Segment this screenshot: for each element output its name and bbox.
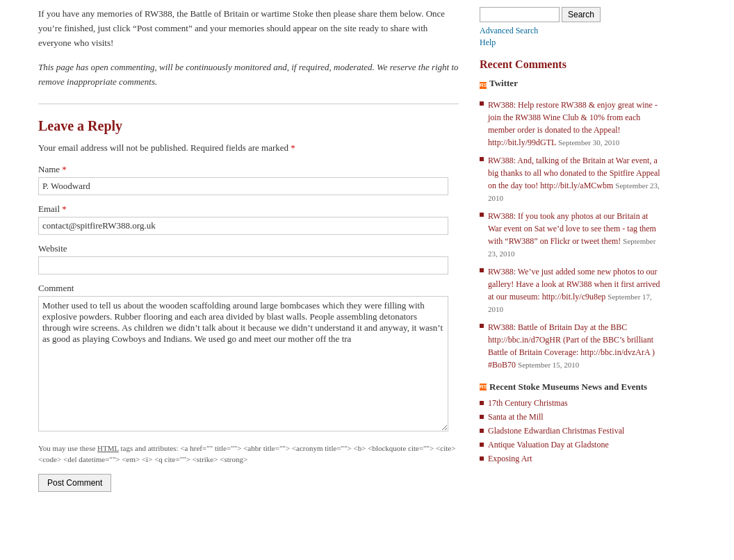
bullet-icon	[480, 157, 484, 161]
comment-item: RW388: We’ve just added some new photos …	[480, 265, 660, 315]
rss-icon: RSS	[480, 82, 487, 89]
help-link[interactable]: Help	[480, 38, 660, 48]
bullet-icon	[480, 213, 484, 217]
search-box: Search	[480, 7, 660, 22]
news-item: Santa at the Mill	[480, 412, 660, 422]
news-bullet-icon	[480, 456, 484, 461]
recent-news-title: Recent Stoke Museums News and Events	[489, 381, 647, 393]
intro-paragraph: If you have any memories of RW388, the B…	[38, 7, 459, 50]
search-input[interactable]	[480, 7, 560, 22]
required-star: *	[291, 142, 295, 153]
sidebar: Search Advanced Search Help Recent Comme…	[473, 7, 674, 553]
email-field-group: Email *	[38, 204, 459, 235]
recent-news-header: RSS Recent Stoke Museums News and Events	[480, 381, 660, 393]
bullet-icon	[480, 324, 484, 328]
news-list: 17th Century Christmas Santa at the Mill…	[480, 398, 660, 464]
twitter-feed-title: Twitter	[489, 78, 518, 89]
news-link[interactable]: Santa at the Mill	[488, 412, 544, 422]
news-link[interactable]: Gladstone Edwardian Christmas Festival	[488, 426, 624, 436]
name-required-star: *	[62, 164, 67, 174]
comment-date: September 15, 2010	[518, 361, 579, 369]
comment-item: RW388: Battle of Britain Day at the BBC …	[480, 321, 660, 371]
name-input[interactable]	[38, 177, 448, 195]
comment-item: RW388: If you took any photos at our Bri…	[480, 210, 660, 260]
website-field-group: Website	[38, 243, 459, 274]
comment-text: RW388: We’ve just added some new photos …	[488, 265, 660, 315]
news-item: Antique Valuation Day at Gladstone	[480, 440, 660, 450]
comment-textarea[interactable]	[38, 296, 448, 431]
italic-notice: This page has open commenting, will be c…	[38, 60, 459, 90]
post-comment-button[interactable]: Post Comment	[38, 474, 111, 492]
bullet-icon	[480, 101, 484, 106]
news-item: Gladstone Edwardian Christmas Festival	[480, 426, 660, 436]
comment-text: RW388: Help restore RW388 & enjoy great …	[488, 99, 660, 149]
allowed-tags-notice: You may use these HTML tags and attribut…	[38, 443, 459, 466]
comment-text: RW388: Battle of Britain Day at the BBC …	[488, 321, 660, 371]
news-link[interactable]: Antique Valuation Day at Gladstone	[488, 440, 609, 450]
email-label: Email *	[38, 204, 459, 215]
news-link[interactable]: Exposing Art	[488, 454, 532, 464]
email-required-star: *	[62, 204, 67, 214]
news-rss-icon: RSS	[480, 384, 487, 390]
name-label: Name *	[38, 164, 459, 175]
leave-reply-title: Leave a Reply	[38, 118, 459, 134]
comments-list: RW388: Help restore RW388 & enjoy great …	[480, 99, 660, 371]
website-input[interactable]	[38, 256, 448, 274]
main-content: If you have any memories of RW388, the B…	[0, 7, 473, 553]
name-field-group: Name *	[38, 164, 459, 195]
html-label: HTML	[97, 444, 119, 452]
comment-label: Comment	[38, 283, 459, 294]
email-input[interactable]	[38, 217, 448, 235]
news-link[interactable]: 17th Century Christmas	[488, 398, 568, 409]
section-divider	[38, 104, 459, 104]
news-item: Exposing Art	[480, 454, 660, 464]
comment-text: RW388: And, talking of the Britain at Wa…	[488, 154, 660, 204]
bullet-icon	[480, 268, 484, 272]
twitter-feed-header: RSS Twitter	[480, 78, 660, 93]
news-bullet-icon	[480, 415, 484, 419]
recent-comments-title: Recent Comments	[480, 58, 660, 71]
search-button[interactable]: Search	[562, 7, 601, 22]
comment-form: Name * Email * Website Comment	[38, 164, 459, 492]
comment-text: RW388: If you took any photos at our Bri…	[488, 210, 660, 260]
news-bullet-icon	[480, 443, 484, 447]
website-label: Website	[38, 243, 459, 254]
comment-field-group: Comment	[38, 283, 459, 434]
required-notice: Your email address will not be published…	[38, 142, 459, 154]
news-item: 17th Century Christmas	[480, 398, 660, 409]
comment-item: RW388: And, talking of the Britain at Wa…	[480, 154, 660, 204]
advanced-search-link[interactable]: Advanced Search	[480, 26, 660, 36]
news-bullet-icon	[480, 429, 484, 433]
news-bullet-icon	[480, 401, 484, 405]
comment-date: September 30, 2010	[558, 138, 619, 147]
comment-item: RW388: Help restore RW388 & enjoy great …	[480, 99, 660, 149]
